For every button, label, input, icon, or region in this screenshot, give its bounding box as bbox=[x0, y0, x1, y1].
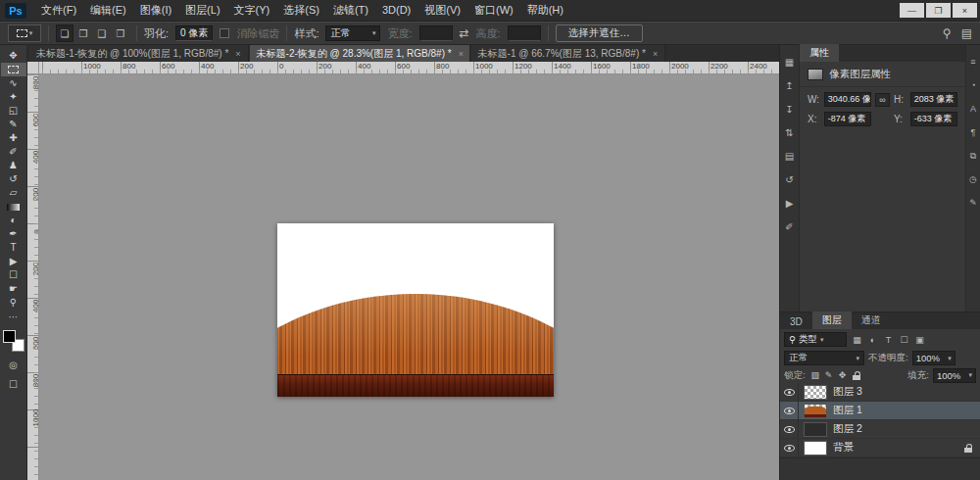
tab-close-icon[interactable]: × bbox=[235, 49, 240, 59]
adjustment-layer-filter-icon[interactable]: ◐ bbox=[865, 332, 880, 347]
close-button[interactable]: × bbox=[953, 3, 977, 18]
document-canvas[interactable] bbox=[277, 223, 554, 397]
opacity-dropdown[interactable]: 100% ▾ bbox=[912, 351, 956, 365]
swatches-panel-icon[interactable]: ▤ bbox=[780, 145, 799, 167]
antialias-checkbox[interactable] bbox=[220, 28, 229, 38]
history-brush-tool[interactable]: ↺ bbox=[1, 172, 26, 186]
document-tab[interactable]: 未标题-1-恢复的 @ 100%(图层 1, RGB/8#) * × bbox=[29, 45, 249, 62]
type-tool[interactable]: T bbox=[1, 241, 26, 255]
blend-mode-dropdown[interactable]: 正常 ▾ bbox=[784, 351, 864, 365]
menu-item[interactable]: 图层(L) bbox=[178, 0, 226, 21]
vertical-ruler[interactable]: 80060040020002004006008001000 bbox=[27, 74, 39, 480]
menu-item[interactable]: 文字(Y) bbox=[227, 0, 277, 21]
lock-transparent-pixels-icon[interactable]: ▨ bbox=[809, 369, 821, 382]
visibility-cell[interactable] bbox=[780, 402, 799, 419]
new-selection-button[interactable]: ❏ bbox=[56, 24, 74, 42]
panel-tab[interactable]: 图层 bbox=[812, 312, 852, 329]
visibility-cell[interactable] bbox=[780, 420, 799, 438]
layer-width-field[interactable]: 3040.66 像 bbox=[824, 92, 871, 107]
info-panel-icon[interactable]: ↧ bbox=[780, 98, 799, 120]
foreground-color-swatch[interactable] bbox=[3, 330, 16, 343]
swap-dimensions-icon[interactable]: ⇄ bbox=[460, 26, 469, 40]
eraser-tool[interactable]: ▱ bbox=[1, 186, 26, 200]
layer-name[interactable]: 图层 2 bbox=[833, 422, 862, 436]
menu-item[interactable]: 视图(V) bbox=[417, 0, 467, 21]
layer-height-field[interactable]: 2083 像素 bbox=[910, 92, 957, 107]
styles-panel-icon[interactable]: ◔ bbox=[966, 74, 980, 96]
timeline-panel-icon[interactable]: ◷ bbox=[966, 168, 980, 190]
clone-source-panel-icon[interactable]: ⧉ bbox=[966, 145, 980, 167]
tab-close-icon[interactable]: × bbox=[653, 49, 658, 59]
tab-properties[interactable]: 属性 bbox=[800, 44, 839, 62]
histogram-panel-icon[interactable]: ▦ bbox=[780, 51, 799, 72]
horizontal-ruler[interactable]: 1000800600400200020040060080010001200140… bbox=[39, 62, 779, 74]
adjustments-panel-icon[interactable]: ≡ bbox=[966, 51, 980, 72]
layer-y-field[interactable]: -633 像素 bbox=[910, 112, 957, 126]
navigator-panel-icon[interactable]: ↥ bbox=[780, 74, 799, 96]
layer-name[interactable]: 图层 3 bbox=[833, 385, 862, 399]
图层 1[interactable]: 图层 1 bbox=[780, 402, 980, 420]
quick-mask-icon[interactable]: ◎ bbox=[9, 358, 18, 371]
layer-thumbnail[interactable] bbox=[804, 385, 827, 400]
menu-item[interactable]: 窗口(W) bbox=[467, 0, 520, 21]
lock-image-pixels-icon[interactable]: ✎ bbox=[823, 369, 835, 382]
intersect-selection-button[interactable]: ❒ bbox=[112, 24, 129, 42]
healing-brush-tool[interactable]: ✚ bbox=[1, 131, 26, 145]
document-tab[interactable]: 未标题-2-恢复的 @ 28.3%(图层 1, RGB/8#) * × bbox=[250, 45, 470, 62]
character-panel-icon[interactable]: A bbox=[966, 98, 980, 120]
layer-thumbnail[interactable] bbox=[804, 422, 827, 437]
menu-item[interactable]: 滤镜(T) bbox=[326, 0, 375, 21]
quick-selection-tool[interactable]: ✦ bbox=[1, 90, 26, 104]
menu-item[interactable]: 3D(D) bbox=[375, 0, 417, 21]
visibility-cell[interactable] bbox=[780, 383, 799, 401]
canvas-workspace[interactable] bbox=[39, 74, 779, 480]
menu-item[interactable]: 文件(F) bbox=[34, 0, 83, 21]
fill-dropdown[interactable]: 100% ▾ bbox=[933, 368, 976, 383]
color-panel-icon[interactable]: ⇅ bbox=[780, 121, 799, 143]
smart-object-filter-icon[interactable]: ▣ bbox=[912, 332, 927, 347]
subtract-from-selection-button[interactable]: ❑ bbox=[93, 24, 111, 42]
brushes-panel-icon[interactable]: ✐ bbox=[780, 216, 799, 237]
constrain-proportions-icon[interactable]: ∞ bbox=[875, 93, 890, 107]
图层 2[interactable]: 图层 2 bbox=[780, 420, 980, 439]
pixel-layer-filter-icon[interactable]: ▦ bbox=[850, 332, 864, 347]
filter-type-dropdown[interactable]: ⚲ 类型 ▾ bbox=[784, 332, 847, 347]
height-input[interactable] bbox=[508, 25, 541, 41]
screen-mode-icon[interactable]: ☐ bbox=[9, 377, 18, 391]
add-to-selection-button[interactable]: ❐ bbox=[74, 24, 92, 42]
width-input[interactable] bbox=[419, 25, 453, 41]
layer-thumbnail[interactable] bbox=[804, 441, 827, 456]
edit-toolbar-icon[interactable]: ⋯ bbox=[9, 312, 19, 322]
crop-tool[interactable]: ◱ bbox=[1, 104, 26, 118]
clone-stamp-tool[interactable]: ♟ bbox=[1, 159, 26, 172]
document-tab[interactable]: 未标题-1 @ 66.7%(图层 13, RGB/8#) * × bbox=[471, 45, 666, 62]
panel-tab[interactable]: 3D bbox=[780, 314, 812, 329]
style-dropdown[interactable]: 正常 ▾ bbox=[325, 25, 380, 41]
rectangular-marquee-tool[interactable] bbox=[1, 63, 26, 76]
layer-name[interactable]: 图层 1 bbox=[833, 404, 862, 417]
eyedropper-tool[interactable]: ✎ bbox=[1, 118, 26, 131]
ruler-origin-corner[interactable] bbox=[27, 62, 39, 74]
history-panel-icon[interactable]: ↺ bbox=[780, 168, 799, 190]
brush-tool[interactable]: ✐ bbox=[1, 145, 26, 159]
layer-x-field[interactable]: -874 像素 bbox=[824, 112, 871, 126]
visibility-cell[interactable] bbox=[780, 439, 799, 456]
search-icon[interactable]: ⚲ bbox=[943, 26, 952, 40]
move-tool[interactable]: ✥ bbox=[1, 49, 26, 63]
panel-tab[interactable]: 通道 bbox=[852, 312, 891, 329]
menu-item[interactable]: 图像(I) bbox=[133, 0, 178, 21]
lock-position-icon[interactable]: ✥ bbox=[837, 369, 849, 382]
restore-button[interactable]: ❐ bbox=[926, 3, 951, 18]
dodge-tool[interactable]: ◐ bbox=[1, 214, 26, 227]
notes-panel-icon[interactable]: ✎ bbox=[966, 192, 980, 214]
shape-tool[interactable]: ☐ bbox=[1, 268, 26, 282]
lasso-tool[interactable]: ∿ bbox=[1, 76, 26, 90]
menu-item[interactable]: 帮助(H) bbox=[520, 0, 570, 21]
图层 3[interactable]: 图层 3 bbox=[780, 383, 980, 402]
actions-panel-icon[interactable]: ▶ bbox=[780, 192, 799, 214]
menu-item[interactable]: 编辑(E) bbox=[83, 0, 133, 21]
背景[interactable]: 背景 bbox=[780, 439, 980, 457]
workspace-switcher-icon[interactable]: ▤ bbox=[961, 26, 972, 40]
zoom-tool[interactable]: ⚲ bbox=[1, 296, 26, 310]
tab-close-icon[interactable]: × bbox=[459, 49, 464, 59]
